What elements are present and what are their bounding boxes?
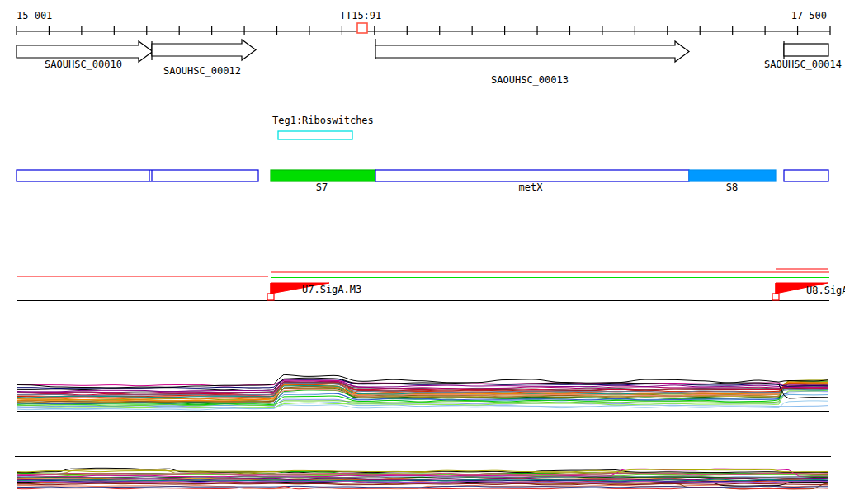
tracks-graphics <box>0 0 845 504</box>
segment-S8[interactable] <box>689 170 776 181</box>
position-ruler <box>17 23 830 35</box>
ruler-end-coordinate: 17 500 <box>791 11 827 21</box>
riboswitch-annotation-label: Teg1:Riboswitches <box>272 115 374 125</box>
segment-label-metx: metX <box>519 182 543 192</box>
promoter-label-u8-siga: U8.SigA. <box>806 285 845 295</box>
segment-label-s7: S7 <box>316 182 328 192</box>
gene-arrow-SAOUHSC_00014[interactable] <box>784 41 828 59</box>
expression-profiles-upper <box>17 374 829 411</box>
segment-label-s8: S8 <box>726 182 738 192</box>
expression-series <box>17 483 828 485</box>
terminator-marker-box[interactable] <box>357 23 367 33</box>
terminator-marker-label: TT15:91 <box>340 11 382 21</box>
riboswitch-annotation-box[interactable] <box>278 131 352 139</box>
gene-label-saouhsc-00010: SAOUHSC_00010 <box>45 59 122 69</box>
segment-upstream-segment[interactable] <box>17 170 258 181</box>
gene-label-saouhsc-00014: SAOUHSC_00014 <box>764 59 842 69</box>
gene-arrow-SAOUHSC_00013[interactable] <box>375 39 689 62</box>
segment-metX[interactable] <box>375 170 689 181</box>
gene-arrow-SAOUHSC_00012[interactable] <box>152 40 256 60</box>
signal-track <box>17 269 829 301</box>
genome-browser-view: 15 001 TT15:91 17 500 SAOUHSC_00010 SAOU… <box>0 0 845 504</box>
expression-profiles-lower <box>15 457 831 489</box>
ruler-start-coordinate: 15 001 <box>17 11 52 21</box>
gene-label-saouhsc-00012: SAOUHSC_00012 <box>163 66 241 76</box>
gene-label-saouhsc-00013: SAOUHSC_00013 <box>491 75 569 85</box>
segment-S7[interactable] <box>271 170 375 181</box>
promoter-label-u7-siga-m3: U7.SigA.M3 <box>302 285 361 294</box>
segment-downstream-segment[interactable] <box>784 170 828 181</box>
